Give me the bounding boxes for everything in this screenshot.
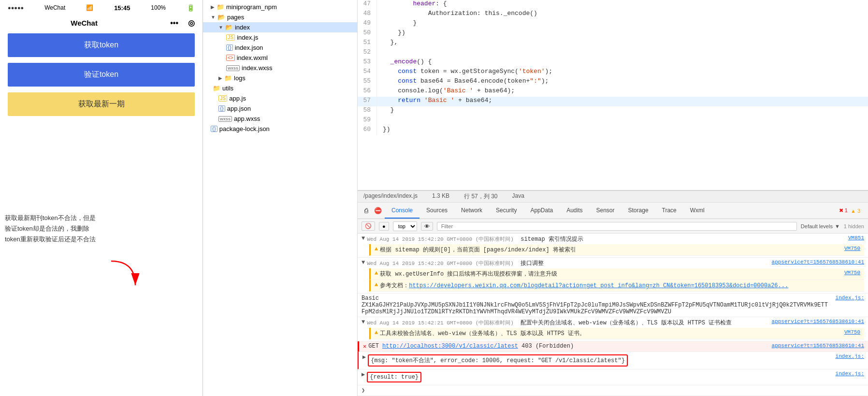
console-src[interactable]: VM750 <box>844 270 860 276</box>
console-src[interactable]: VM750 <box>844 246 860 251</box>
get-token-button[interactable]: 获取token <box>8 33 195 57</box>
file-app-wxss[interactable]: wxss app.wxss <box>203 114 357 124</box>
file-app-js[interactable]: JS app.js <box>203 93 357 103</box>
console-prompt: ❯ <box>358 385 868 396</box>
triangle-icon: ▶ <box>218 75 222 81</box>
file-package-lock[interactable]: {} package-lock.json <box>203 124 357 134</box>
phone-time: 15:45 <box>114 4 130 12</box>
code-line-58: 58 } <box>358 106 868 116</box>
line-number: 47 <box>358 0 377 10</box>
eye-button[interactable]: 👁 <box>421 222 433 231</box>
console-text: Wed Aug 14 2019 15:42:21 GMT+0800 (中国标准时… <box>367 319 767 327</box>
console-entry-api-warn1: ▲ 获取 wx.getUserInfo 接口后续将不再出现授权弹窗，请注意升级 … <box>369 268 864 280</box>
console-src[interactable]: index.js: <box>836 353 864 359</box>
console-src[interactable]: appservice?t=1565768538610:41 <box>772 259 864 265</box>
expand-icon[interactable]: ▼ <box>362 259 365 266</box>
line-content: Authorization: this._encode() <box>377 10 537 19</box>
filesize: 1.3 KB <box>432 192 449 201</box>
line-content <box>377 48 383 58</box>
folder-miniprogram-npm[interactable]: ▶ 📁 miniprogram_npm <box>203 2 357 12</box>
clear-console-button[interactable]: 🚫 <box>362 221 375 231</box>
file-label: index.json <box>235 44 263 51</box>
console-entry-sitemap-warn: ▲ 根据 sitemap 的规则[0]，当前页面 [pages/index/in… <box>369 244 864 256</box>
folder-index[interactable]: ▼ 📂 index <box>203 22 357 32</box>
tab-audits[interactable]: Audits <box>560 203 589 219</box>
line-content <box>377 116 383 126</box>
folder-label: miniprogram_npm <box>226 3 277 11</box>
console-entry-https-group: ▼ Wed Aug 14 2019 15:42:21 GMT+0800 (中国标… <box>358 317 868 341</box>
console-src[interactable]: appservice?t=1565768538610:41 <box>772 319 864 324</box>
line-content: }) <box>377 126 391 135</box>
hidden-count: 1 hidden <box>844 223 864 229</box>
context-select[interactable]: top <box>393 221 417 231</box>
code-line-53: 53 _encode() { <box>358 58 868 68</box>
tab-network[interactable]: Network <box>454 203 489 219</box>
folder-logs[interactable]: ▶ 📁 logs <box>203 73 357 83</box>
tab-security[interactable]: Security <box>489 203 523 219</box>
tab-wxml[interactable]: Wxml <box>683 203 711 219</box>
line-number: 51 <box>358 39 377 48</box>
default-levels[interactable]: Default levels ▼ <box>801 223 840 229</box>
editor-status-bar: /pages/index/index.js 1.3 KB 行 57，列 30 J… <box>358 191 868 203</box>
file-index-js[interactable]: JS index.js <box>203 32 357 43</box>
stop-button[interactable]: ● <box>379 222 389 231</box>
tab-trace[interactable]: Trace <box>655 203 683 219</box>
code-line-59: 59 <box>358 116 868 126</box>
doc-link[interactable]: https://developers.weixin.qq.com/blogdet… <box>409 282 788 289</box>
line-number: 56 <box>358 87 377 97</box>
expand-icon[interactable]: ▼ <box>362 235 365 242</box>
file-index-wxss[interactable]: wxss index.wxss <box>203 63 357 73</box>
camera-icon[interactable]: ◎ <box>188 18 195 28</box>
console-src[interactable]: VM851 <box>848 235 864 241</box>
error-link[interactable]: http://localhost:3000/v1/classic/latest <box>382 343 518 350</box>
folder-icon: 📁 <box>224 74 232 82</box>
wifi-icon: 📶 <box>86 4 93 11</box>
tab-console[interactable]: Console <box>385 203 420 219</box>
tab-sensor[interactable]: Sensor <box>590 203 622 219</box>
console-text: {result: true} <box>367 371 830 383</box>
expand-icon[interactable]: ▶ <box>362 353 366 361</box>
console-text: Wed Aug 14 2019 15:42:20 GMT+0800 (中国标准时… <box>367 259 767 267</box>
folder-label: logs <box>234 74 246 82</box>
phone-title-bar: WeChat ••• ◎ <box>0 15 203 30</box>
folder-utils[interactable]: 📁 utils <box>203 83 357 93</box>
folder-pages[interactable]: ▼ 📂 pages <box>203 12 357 22</box>
line-content: const base64 = Base64.encode(token+":"); <box>377 77 549 87</box>
tab-sources[interactable]: Sources <box>420 203 454 219</box>
get-latest-button[interactable]: 获取最新一期 <box>8 92 195 116</box>
prompt-icon: ❯ <box>362 387 365 394</box>
console-src[interactable]: appservice?t=1565768538610:41 <box>772 343 864 349</box>
more-icon[interactable]: ••• <box>170 19 178 28</box>
tab-storage[interactable]: Storage <box>622 203 655 219</box>
file-index-json[interactable]: {} index.json <box>203 43 357 53</box>
expand-icon[interactable]: ▶ <box>362 371 365 378</box>
console-entry-api-warn2: ▲ 参考文档：https://developers.weixin.qq.com/… <box>369 280 864 292</box>
console-src[interactable]: VM750 <box>844 329 860 335</box>
code-line-60: 60 }) <box>358 126 868 135</box>
filter-input[interactable] <box>437 222 797 231</box>
line-number: 60 <box>358 126 377 135</box>
triangle-icon: ▼ <box>211 15 216 20</box>
console-output: ▼ Wed Aug 14 2019 15:42:20 GMT+0800 (中国标… <box>358 234 868 396</box>
file-app-json[interactable]: {} app.json <box>203 103 357 114</box>
file-label: app.wxss <box>234 115 260 122</box>
console-text: 工具未校验合法域名、web-view（业务域名）、TLS 版本以及 HTTPS … <box>380 329 839 337</box>
file-label: app.json <box>227 105 251 112</box>
js-file-icon: JS <box>218 95 227 102</box>
tab-icon-2[interactable]: ⛔ <box>371 204 385 217</box>
warning-icon: ▲ <box>375 329 378 336</box>
code-line-47: 47 header: { <box>358 0 868 10</box>
expand-icon[interactable]: ▼ <box>362 319 365 325</box>
phone-status-bar: ●●●●● WeChat 📶 15:45 100% 🔋 <box>0 0 203 15</box>
json-file-icon: {} <box>226 44 233 51</box>
console-src[interactable]: index.js: <box>836 295 864 301</box>
tab-icon-1[interactable]: ⎙ <box>362 204 371 217</box>
console-src[interactable]: index.js: <box>836 371 864 377</box>
console-entry-basic: BasicZX1KaGJHY21PaUpJVXpJMU5pSXNJb1I1Y0N… <box>358 293 868 317</box>
warning-icon: ▲ <box>375 270 378 277</box>
tab-appdata[interactable]: AppData <box>523 203 560 219</box>
chevron-down-icon: ▼ <box>835 223 840 229</box>
file-label: index.wxml <box>237 54 268 61</box>
file-index-wxml[interactable]: <> index.wxml <box>203 53 357 63</box>
verify-token-button[interactable]: 验证token <box>8 63 195 87</box>
